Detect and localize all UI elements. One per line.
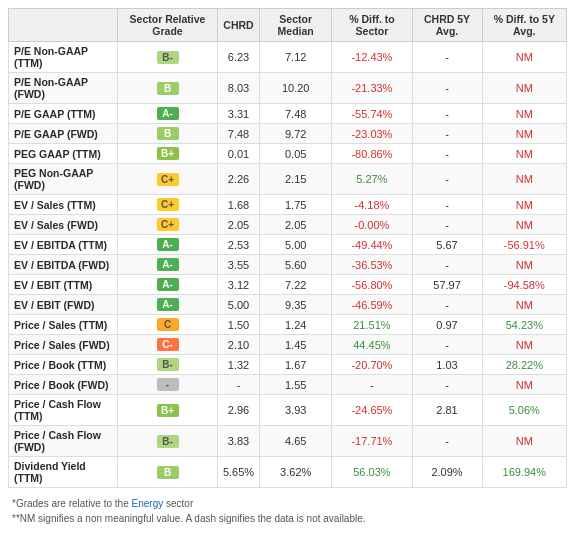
chrd5y-value: - [412, 375, 482, 395]
metric-label: P/E GAAP (TTM) [9, 104, 118, 124]
metric-label: PEG Non-GAAP (FWD) [9, 164, 118, 195]
chrd-value: 2.96 [217, 395, 259, 426]
grade-cell: A- [118, 295, 218, 315]
grade-badge: C- [157, 338, 179, 351]
grade-cell: B- [118, 42, 218, 73]
chrd-value: 1.32 [217, 355, 259, 375]
chrd-value: 3.12 [217, 275, 259, 295]
table-row: P/E GAAP (TTM)A-3.317.48-55.74%-NM [9, 104, 567, 124]
chrd-value: 1.68 [217, 195, 259, 215]
diff-sector-value: -24.65% [332, 395, 412, 426]
sector-median-value: 1.75 [260, 195, 332, 215]
diff-sector-value: 56.03% [332, 457, 412, 488]
grade-badge: B+ [157, 404, 179, 417]
grade-badge: B [157, 127, 179, 140]
table-row: EV / EBIT (TTM)A-3.127.22-56.80%57.97-94… [9, 275, 567, 295]
chrd-value: - [217, 375, 259, 395]
chrd-value: 2.05 [217, 215, 259, 235]
diff-5y-value: -94.58% [482, 275, 566, 295]
metric-label: EV / EBITDA (FWD) [9, 255, 118, 275]
diff-5y-value: NM [482, 215, 566, 235]
metric-label: EV / Sales (TTM) [9, 195, 118, 215]
chrd5y-value: - [412, 195, 482, 215]
table-row: Dividend Yield (TTM)B5.65%3.62%56.03%2.0… [9, 457, 567, 488]
col-header-sector-median: Sector Median [260, 9, 332, 42]
metric-label: EV / EBITDA (TTM) [9, 235, 118, 255]
chrd5y-value: 2.09% [412, 457, 482, 488]
grade-badge: A- [157, 278, 179, 291]
grade-cell: B+ [118, 395, 218, 426]
chrd-value: 2.26 [217, 164, 259, 195]
grade-cell: C [118, 315, 218, 335]
grade-badge: C+ [157, 198, 179, 211]
grade-badge: B- [157, 435, 179, 448]
diff-5y-value: NM [482, 195, 566, 215]
diff-5y-value: NM [482, 104, 566, 124]
table-row: Price / Sales (TTM)C1.501.2421.51%0.9754… [9, 315, 567, 335]
sector-median-value: 3.93 [260, 395, 332, 426]
footnote-nm: **NM signifies a non meaningful value. A… [12, 511, 563, 526]
diff-sector-value: -55.74% [332, 104, 412, 124]
metric-label: PEG GAAP (TTM) [9, 144, 118, 164]
grade-cell: - [118, 375, 218, 395]
diff-5y-value: NM [482, 144, 566, 164]
grade-badge: A- [157, 258, 179, 271]
metric-label: Dividend Yield (TTM) [9, 457, 118, 488]
col-header-chrd5y: CHRD 5Y Avg. [412, 9, 482, 42]
table-row: Price / Cash Flow (TTM)B+2.963.93-24.65%… [9, 395, 567, 426]
sector-median-value: 9.35 [260, 295, 332, 315]
diff-5y-value: NM [482, 295, 566, 315]
table-row: Price / Sales (FWD)C-2.101.4544.45%-NM [9, 335, 567, 355]
chrd5y-value: - [412, 73, 482, 104]
diff-sector-value: -80.86% [332, 144, 412, 164]
grade-badge: C+ [157, 173, 179, 186]
col-header-grade: Sector Relative Grade [118, 9, 218, 42]
diff-sector-value: -23.03% [332, 124, 412, 144]
valuation-table: Sector Relative Grade CHRD Sector Median… [8, 8, 567, 488]
metric-label: P/E Non-GAAP (TTM) [9, 42, 118, 73]
grade-cell: C+ [118, 215, 218, 235]
grade-badge: A- [157, 298, 179, 311]
chrd5y-value: 57.97 [412, 275, 482, 295]
grade-cell: B- [118, 355, 218, 375]
sector-median-value: 2.15 [260, 164, 332, 195]
sector-median-value: 7.12 [260, 42, 332, 73]
diff-5y-value: NM [482, 426, 566, 457]
sector-median-value: 1.55 [260, 375, 332, 395]
sector-median-value: 1.67 [260, 355, 332, 375]
grade-cell: B [118, 124, 218, 144]
grade-cell: C+ [118, 164, 218, 195]
metric-label: Price / Book (TTM) [9, 355, 118, 375]
diff-sector-value: 5.27% [332, 164, 412, 195]
diff-sector-value: -56.80% [332, 275, 412, 295]
chrd5y-value: - [412, 215, 482, 235]
valuation-table-container: Sector Relative Grade CHRD Sector Median… [0, 0, 575, 533]
chrd-value: 2.53 [217, 235, 259, 255]
sector-median-value: 4.65 [260, 426, 332, 457]
table-row: P/E Non-GAAP (FWD)B8.0310.20-21.33%-NM [9, 73, 567, 104]
grade-badge: B+ [157, 147, 179, 160]
sector-median-value: 9.72 [260, 124, 332, 144]
metric-label: Price / Cash Flow (TTM) [9, 395, 118, 426]
table-row: Price / Cash Flow (FWD)B-3.834.65-17.71%… [9, 426, 567, 457]
chrd-value: 0.01 [217, 144, 259, 164]
diff-5y-value: 169.94% [482, 457, 566, 488]
table-row: EV / EBIT (FWD)A-5.009.35-46.59%-NM [9, 295, 567, 315]
chrd5y-value: 0.97 [412, 315, 482, 335]
chrd5y-value: - [412, 255, 482, 275]
col-header-chrd: CHRD [217, 9, 259, 42]
diff-sector-value: -12.43% [332, 42, 412, 73]
energy-sector-link[interactable]: Energy [132, 498, 164, 509]
metric-label: Price / Sales (FWD) [9, 335, 118, 355]
chrd5y-value: - [412, 124, 482, 144]
diff-5y-value: NM [482, 73, 566, 104]
sector-median-value: 5.00 [260, 235, 332, 255]
col-header-metric [9, 9, 118, 42]
table-row: P/E Non-GAAP (TTM)B-6.237.12-12.43%-NM [9, 42, 567, 73]
grade-badge: B [157, 466, 179, 479]
grade-badge: C [157, 318, 179, 331]
grade-cell: B [118, 457, 218, 488]
table-row: Price / Book (TTM)B-1.321.67-20.70%1.032… [9, 355, 567, 375]
diff-sector-value: -21.33% [332, 73, 412, 104]
chrd-value: 7.48 [217, 124, 259, 144]
